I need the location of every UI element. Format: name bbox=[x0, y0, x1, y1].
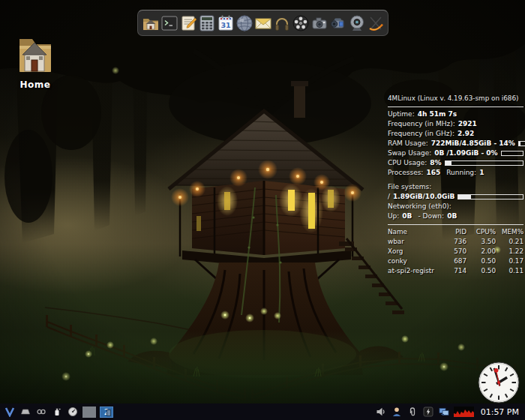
table-cell: 0.11 bbox=[498, 266, 524, 276]
table-cell: 0.17 bbox=[498, 256, 524, 266]
x-graphics-icon bbox=[367, 14, 385, 32]
svg-text:31: 31 bbox=[220, 21, 230, 29]
dock-item-webcam[interactable] bbox=[347, 11, 366, 34]
table-cell: conky bbox=[388, 256, 442, 266]
table-cell: 736 bbox=[444, 237, 466, 247]
dock-item-calculator[interactable] bbox=[197, 11, 216, 34]
spray-icon[interactable] bbox=[51, 406, 63, 417]
ram-bar bbox=[518, 141, 525, 146]
home-desktop-icon[interactable]: Home bbox=[12, 32, 58, 90]
link-icon[interactable] bbox=[35, 406, 47, 417]
volume-icon[interactable] bbox=[375, 406, 387, 417]
cpu-line: CPU Usage:8% bbox=[388, 158, 524, 168]
dock-item-calendar[interactable]: 31 bbox=[216, 11, 235, 34]
rootfs-bar bbox=[458, 194, 524, 200]
show-desktop-icon[interactable] bbox=[20, 406, 32, 417]
dock: 31 bbox=[137, 10, 388, 36]
table-header: MEM% bbox=[498, 227, 524, 237]
home-folder-icon bbox=[16, 32, 55, 75]
analog-clock-widget bbox=[477, 361, 520, 404]
workspace-2[interactable]: 2 bbox=[100, 406, 113, 418]
freq-mhz-line: Frequency (in MHz):2921 bbox=[388, 119, 524, 129]
workspace-window-thumb bbox=[106, 410, 111, 416]
dock-item-audio-player[interactable] bbox=[272, 11, 291, 34]
table-cell: 1.22 bbox=[498, 247, 524, 256]
dock-item-video-player[interactable] bbox=[291, 11, 310, 34]
dock-item-email[interactable] bbox=[254, 11, 272, 34]
attachment-icon[interactable] bbox=[406, 406, 418, 417]
dock-item-x-graphics[interactable] bbox=[366, 11, 385, 34]
taskbar: 2 01:57 PM bbox=[0, 404, 525, 420]
taskbar-clock: 01:57 PM bbox=[481, 407, 519, 417]
updown-line: Up:0B- Down:0B bbox=[388, 212, 524, 221]
swap-bar bbox=[501, 151, 524, 156]
table-cell: 714 bbox=[444, 266, 466, 276]
headphones-icon bbox=[273, 14, 291, 32]
webcam-icon bbox=[348, 14, 366, 32]
film-reel-icon bbox=[292, 14, 310, 32]
calculator-icon bbox=[198, 14, 216, 32]
swap-line: Swap Usage:0B /1.09GiB - 0% bbox=[388, 148, 524, 158]
desktop: Home bbox=[0, 0, 525, 420]
rootfs-line: /1.89GiB/10.0GiB bbox=[388, 192, 524, 202]
freq-ghz-line: Frequency (in GHz):2.92 bbox=[388, 129, 524, 139]
dock-item-file-manager[interactable] bbox=[141, 11, 160, 34]
table-cell: at-spi2-registr bbox=[388, 266, 442, 276]
gauge-icon[interactable] bbox=[67, 406, 79, 417]
dock-item-terminal[interactable] bbox=[160, 11, 178, 34]
menu-logo-icon[interactable] bbox=[4, 406, 16, 417]
conky-widget: 4MLinux (Linux v. 4.19.63-smp on i686) U… bbox=[388, 93, 524, 276]
dock-item-text-editor[interactable] bbox=[178, 11, 197, 34]
cpu-graph-icon[interactable] bbox=[454, 406, 474, 417]
conky-title: 4MLinux (Linux v. 4.19.63-smp on i686) bbox=[388, 93, 524, 104]
dock-item-web-browser[interactable] bbox=[235, 11, 254, 34]
network-computer-icon[interactable] bbox=[438, 406, 450, 417]
table-header: PID bbox=[444, 227, 466, 237]
uptime-line: Uptime:4h 51m 7s bbox=[388, 110, 524, 119]
workspace-1[interactable] bbox=[82, 406, 96, 418]
conky-divider bbox=[388, 224, 524, 225]
table-cell: 0.50 bbox=[469, 256, 496, 266]
table-header: CPU% bbox=[469, 227, 496, 237]
photo-camera-icon bbox=[310, 14, 328, 32]
conky-divider bbox=[388, 106, 524, 107]
table-cell: 2.00 bbox=[469, 247, 496, 256]
ram-line: RAM Usage:722MiB/4.85GiB - 14% bbox=[388, 139, 524, 148]
table-header: Name bbox=[388, 227, 442, 237]
power-icon[interactable] bbox=[422, 406, 434, 417]
dock-item-photo-camera[interactable] bbox=[310, 11, 328, 34]
home-icon-label: Home bbox=[12, 80, 58, 90]
web-browser-icon bbox=[236, 14, 254, 32]
camcorder-icon bbox=[329, 14, 347, 32]
text-editor-icon bbox=[179, 14, 197, 32]
file-manager-icon bbox=[142, 14, 160, 32]
table-cell: 0.21 bbox=[498, 237, 524, 247]
terminal-icon bbox=[160, 14, 178, 32]
table-cell: wbar bbox=[388, 237, 442, 247]
cpu-bar bbox=[445, 160, 524, 166]
table-cell: 687 bbox=[444, 256, 466, 266]
email-icon bbox=[254, 14, 272, 32]
filesystems-label: File systems: bbox=[388, 182, 524, 192]
calendar-icon: 31 bbox=[217, 14, 235, 32]
table-cell: 3.50 bbox=[469, 237, 496, 247]
table-cell: Xorg bbox=[388, 247, 442, 256]
dock-item-camcorder[interactable] bbox=[328, 11, 347, 34]
table-cell: 570 bbox=[444, 247, 466, 256]
table-cell: 0.50 bbox=[469, 266, 496, 276]
process-table: Name PID CPU% MEM% wbar 736 3.50 0.21 Xo… bbox=[388, 227, 524, 276]
networking-label: Networking (eth0): bbox=[388, 202, 524, 212]
processes-line: Processes:165Running:1 bbox=[388, 168, 524, 178]
user-icon[interactable] bbox=[391, 406, 403, 417]
